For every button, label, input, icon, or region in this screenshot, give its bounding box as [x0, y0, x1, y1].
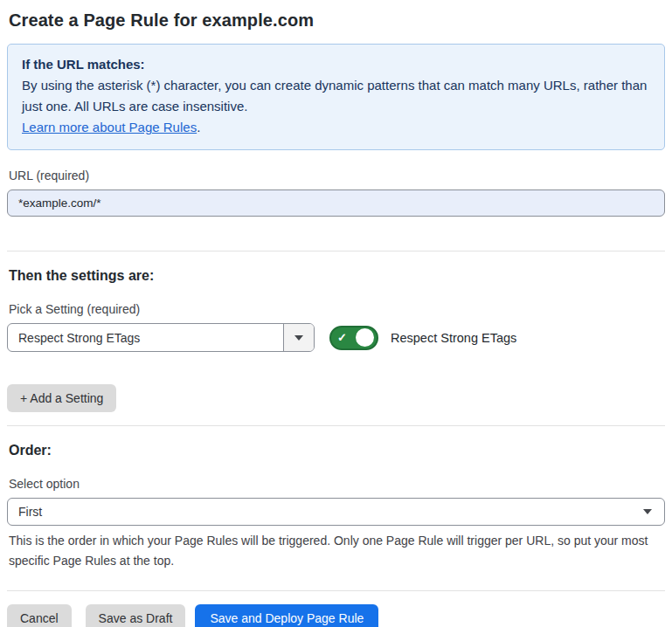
- divider: [7, 251, 665, 251]
- learn-more-link[interactable]: Learn more about Page Rules: [22, 120, 197, 134]
- info-box-body: By using the asterisk (*) character, you…: [22, 75, 650, 117]
- url-match-info-box: If the URL matches: By using the asteris…: [7, 44, 665, 150]
- setting-picker-value: Respect Strong ETags: [8, 324, 283, 351]
- info-box-link-line: Learn more about Page Rules.: [22, 117, 650, 138]
- order-select-value: First: [18, 505, 643, 519]
- divider: [7, 590, 665, 591]
- toggle-knob: [356, 328, 374, 347]
- setting-row: Respect Strong ETags ✓ Respect Strong ET…: [7, 323, 665, 352]
- setting-picker-label: Pick a Setting (required): [7, 302, 665, 316]
- setting-picker-dropdown[interactable]: Respect Strong ETags: [7, 323, 315, 352]
- check-icon: ✓: [337, 332, 347, 343]
- divider: [7, 425, 665, 426]
- toggle-wrap: ✓ Respect Strong ETags: [329, 326, 516, 350]
- order-section-heading: Order:: [7, 443, 665, 458]
- page-title: Create a Page Rule for example.com: [7, 10, 665, 31]
- save-and-deploy-button[interactable]: Save and Deploy Page Rule: [195, 604, 378, 627]
- url-input[interactable]: [7, 189, 665, 217]
- info-box-heading: If the URL matches:: [22, 54, 650, 75]
- chevron-down-icon: [294, 335, 303, 341]
- settings-section-heading: Then the settings are:: [7, 268, 665, 284]
- order-help-text: This is the order in which your Page Rul…: [7, 531, 658, 571]
- order-select-label: Select option: [7, 477, 665, 491]
- chevron-down-icon: [643, 509, 652, 514]
- order-select-dropdown[interactable]: First: [7, 498, 665, 526]
- footer-actions: Cancel Save as Draft Save and Deploy Pag…: [7, 604, 665, 627]
- save-as-draft-button[interactable]: Save as Draft: [86, 604, 186, 627]
- add-setting-button[interactable]: + Add a Setting: [7, 384, 116, 412]
- toggle-label: Respect Strong ETags: [391, 331, 516, 345]
- create-page-rule-form: Create a Page Rule for example.com If th…: [0, 0, 672, 627]
- link-suffix: .: [197, 120, 200, 134]
- respect-strong-etags-toggle[interactable]: ✓: [329, 326, 378, 350]
- setting-picker-arrow-segment[interactable]: [283, 324, 314, 351]
- cancel-button[interactable]: Cancel: [7, 604, 72, 627]
- url-field-label: URL (required): [7, 169, 665, 183]
